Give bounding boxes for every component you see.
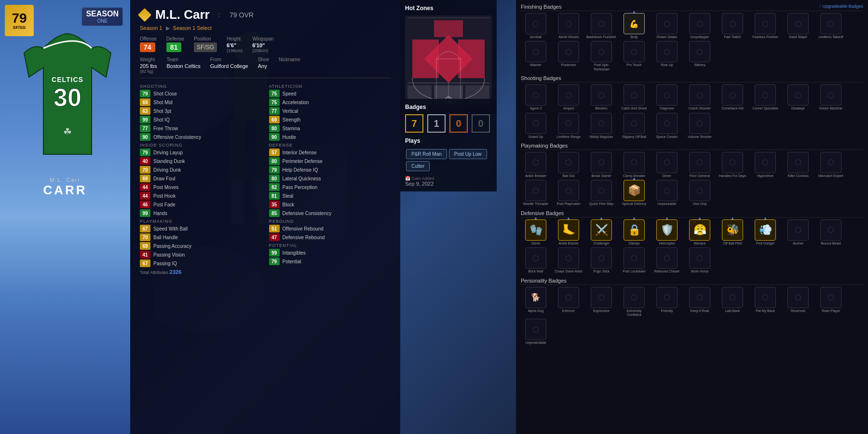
badge-item[interactable]: ⬡ Post Lockdown (619, 247, 649, 273)
stat-value: 77 (269, 107, 280, 115)
badge-icon: ⬡ (558, 180, 579, 201)
badge-item[interactable]: ⬡ Floor General (685, 152, 715, 178)
badge-item[interactable]: ⬡ Reserved (783, 287, 813, 317)
badge-item[interactable]: ⬡ Ankle Breaker (521, 152, 551, 178)
badge-item[interactable]: ⬡ Posterizer (554, 41, 583, 71)
badge-item[interactable]: ▲ 🧤 Glove (521, 219, 551, 245)
badge-item[interactable]: ⬡ Extremely Confident (619, 287, 649, 317)
play-button[interactable]: P&R Roll Man (406, 149, 447, 159)
badge-item[interactable]: ⬡ Green Machine (816, 84, 846, 110)
badge-symbol: ⬡ (664, 47, 670, 56)
badge-item[interactable]: ⬡ Clamp Breaker (619, 152, 649, 178)
badge-item[interactable]: ⬡ Space Creator (652, 113, 682, 139)
badge-item[interactable]: ⬡ Limitless Takeoff (816, 13, 846, 39)
badge-item[interactable]: ▲ ⚔️ Challenger (586, 219, 616, 245)
badge-item[interactable]: ⬡ Giant Slayer (783, 13, 813, 39)
stat-value: 46 (140, 201, 150, 208)
badge-item[interactable]: ⬡ Friendly (652, 287, 682, 317)
badge-item[interactable]: ⬡ Catch And Shoot (619, 84, 649, 110)
badge-item[interactable]: ⬡ Blinders (586, 84, 616, 110)
badge-symbol: ⬡ (827, 91, 834, 100)
badge-item[interactable]: ⬡ Acrobat (521, 13, 551, 39)
badge-item[interactable]: ⬡ Rise Up (652, 41, 682, 71)
badge-item[interactable]: ⬡ Anchor (783, 219, 813, 245)
badge-item[interactable]: ⬡ Volume Shooter (685, 113, 715, 139)
badge-item[interactable]: ⬡ Middy Magician (586, 113, 616, 139)
badge-item[interactable]: ▲ 📦 Special Delivery (619, 180, 649, 206)
badge-item[interactable]: ▲ 🛡️ Interceptor (652, 219, 682, 245)
badge-item[interactable]: ⬡ Team Player (816, 287, 846, 317)
badge-item[interactable]: ⬡ Post Playmaker (554, 180, 583, 206)
stat-line: 67 Speed With Ball (140, 225, 262, 232)
shooting-title: Shooting (140, 84, 262, 89)
badge-item[interactable]: ▲ 😤 Menace (685, 219, 715, 245)
badge-item[interactable]: ⬡ Quick First Step (586, 180, 616, 206)
badge-item[interactable]: ⬡ Deadeye (783, 84, 813, 110)
stat-value: 90 (269, 133, 280, 141)
badge-label: Corner Specialist (752, 107, 778, 110)
badge-item[interactable]: ⬡ Work Horse (685, 247, 715, 273)
badge-item[interactable]: ⬡ Chase Down Artist (554, 247, 583, 273)
badge-item[interactable]: ⬡ Keep It Real (685, 287, 715, 317)
badge-item[interactable]: 🐕 Alpha Dog (521, 287, 551, 317)
badge-icon: ⬡ (787, 287, 809, 308)
badge-item[interactable]: ⬡ Backdown Punisher (586, 13, 616, 39)
badge-item[interactable]: ⬡ Comeback Kid (718, 84, 747, 110)
badge-item[interactable]: ⬡ Expressive (586, 287, 616, 317)
badge-item[interactable]: ⬡ Boxout Beast (816, 219, 846, 245)
badge-item[interactable]: ⬡ Agent 3 (521, 84, 551, 110)
badge-item[interactable]: ⬡ Break Starter (586, 152, 616, 178)
badge-item[interactable]: ⬡ Dropstepper (685, 13, 715, 39)
play-button[interactable]: Cutter (406, 161, 430, 171)
badge-item[interactable]: ⬡ Brick Wall (521, 247, 551, 273)
badge-item[interactable]: ⬡ Slithery (685, 41, 715, 71)
badge-item[interactable]: ⬡ Dimer (652, 152, 682, 178)
shooting-badges-grid: ⬡ Agent 3 ⬡ Amped ⬡ Blinders ⬡ Catch And… (521, 84, 863, 139)
badge-symbol: ⬡ (696, 293, 703, 302)
badge-item[interactable]: ⬡ Pogo Stick (586, 247, 616, 273)
badge-symbol: 🛡️ (661, 224, 674, 236)
season-breadcrumb: Season 1 ▶ Season 1 Select (140, 25, 391, 31)
badge-item[interactable]: ▲ 🦶 Ankle Braces (554, 219, 583, 245)
badge-item[interactable]: ⬡ Dream Shake (652, 13, 682, 39)
badge-item[interactable]: ⬡ Pat My Back (750, 287, 780, 317)
badge-item[interactable]: ⬡ Slippery Off Ball (619, 113, 649, 139)
badge-item[interactable]: ⬡ Claymore (652, 84, 682, 110)
badge-item[interactable]: ▲ 🐝 Off Ball Pest (718, 219, 747, 245)
badge-item[interactable]: ⬡ Handles For Days (718, 152, 747, 178)
badge-item[interactable]: ⬡ Vice Grip (685, 180, 715, 206)
badge-item[interactable]: ⬡ Ball Out (554, 152, 583, 178)
badge-icon: ⬡ (787, 13, 809, 34)
badge-label: Ankle Breaker (525, 174, 546, 178)
badge-item[interactable]: ⬡ Fearless Finisher (750, 13, 780, 39)
badge-item[interactable]: ▲ 💪 Bully (619, 13, 649, 39)
badge-item[interactable]: ▲ 🔒 Clamps (619, 219, 649, 245)
defensive-badges-grid: ▲ 🧤 Glove ▲ 🦶 Ankle Braces ▲ ⚔️ Challeng… (521, 219, 863, 274)
badge-item[interactable]: ⬡ Hyperdrive (750, 152, 780, 178)
badge-item[interactable]: ⬡ Guard Up (521, 113, 551, 139)
badge-item[interactable]: ⬡ Unpredictable (521, 319, 551, 345)
badge-item[interactable]: ⬡ Clutch Shooter (685, 84, 715, 110)
badge-item[interactable]: ⬡ Rebound Chaser (652, 247, 682, 273)
badge-item[interactable]: ⬡ Post Spin Technician (586, 41, 616, 71)
badge-item[interactable]: ⬡ Enforcer (554, 287, 583, 317)
badge-symbol: ⬡ (631, 293, 637, 302)
offense-value: 74 (140, 42, 155, 52)
shooting-badges-title: Shooting Badges (521, 75, 863, 82)
badge-item[interactable]: ⬡ Amped (554, 84, 583, 110)
badge-item[interactable]: ⬡ Mismatch Expert (816, 152, 846, 178)
badge-item[interactable]: ⬡ Pro Touch (619, 41, 649, 71)
badge-item[interactable]: ⬡ Masher (521, 41, 551, 71)
badge-item[interactable]: ⬡ Unpluckable (652, 180, 682, 206)
badge-item[interactable]: ⬡ Aerial Wizard (554, 13, 583, 39)
badge-item[interactable]: ⬡ Fast Twitch (718, 13, 747, 39)
badge-item[interactable]: ⬡ Needle Threader (521, 180, 551, 206)
badge-item[interactable]: ⬡ Corner Specialist (750, 84, 780, 110)
badge-item[interactable]: ⬡ Limitless Range (554, 113, 583, 139)
badge-item[interactable]: ⬡ Killer Combos (783, 152, 813, 178)
from-value: Guilford College (210, 63, 248, 69)
badge-item[interactable]: ⬡ Laid Back (718, 287, 747, 317)
badge-item[interactable]: ▲ 💨 Pick Dodger (750, 219, 780, 245)
badge-symbol: ⬡ (795, 91, 801, 100)
play-button[interactable]: Post Up Low (449, 149, 487, 159)
